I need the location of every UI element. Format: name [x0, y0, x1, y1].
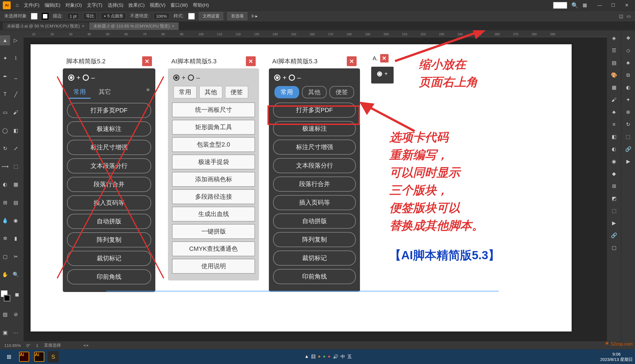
menu-help[interactable]: 帮助(H)	[193, 2, 209, 8]
rectangle-tool-icon[interactable]: ▭	[0, 107, 10, 117]
actions-panel-icon[interactable]: ▶	[608, 217, 620, 229]
script-button[interactable]: 使用说明	[172, 259, 255, 273]
color-mode-icon[interactable]: ◼	[12, 289, 22, 300]
radio-icon[interactable]	[377, 71, 382, 76]
taskbar-app-illustrator[interactable]: Ai	[17, 351, 31, 363]
script-button[interactable]: 自动拼版	[273, 214, 356, 229]
script-button[interactable]: 标注尺寸增强	[67, 140, 151, 155]
close-button[interactable]: ✕	[380, 54, 389, 62]
script-button[interactable]: 包装盒型2.0	[172, 137, 255, 152]
close-button[interactable]: ✕	[347, 56, 357, 66]
radio-icon[interactable]	[83, 75, 89, 81]
extension-icon[interactable]: ⬚	[623, 131, 634, 142]
tray-ime-badge[interactable]: 五	[347, 354, 352, 360]
swatches-panel-icon[interactable]: ▦	[608, 82, 620, 93]
stroke-weight-input[interactable]: 1 pt	[67, 13, 79, 19]
stroke-swatch-icon[interactable]	[42, 13, 49, 20]
opacity-input[interactable]: 100%	[154, 13, 169, 19]
corner-style-dropdown[interactable]: ● 5 点圆形	[101, 13, 126, 20]
extension-icon[interactable]: ◐	[623, 82, 634, 93]
document-tab-2[interactable]: 未标题-2 @ 110.65 % (CMYK/CPU 预览) ×	[89, 22, 179, 30]
tray-ime-icon[interactable]: 囧	[311, 354, 316, 360]
gradient-tool-icon[interactable]: ▤	[11, 198, 21, 208]
script-button[interactable]: 文本段落分行	[273, 158, 356, 173]
fill-stroke-swatches[interactable]	[0, 290, 11, 302]
menu-select[interactable]: 选择(S)	[108, 2, 124, 8]
artboard-nav[interactable]: 1	[36, 343, 38, 348]
appearance-panel-icon[interactable]: ◉	[608, 156, 620, 167]
mesh-tool-icon[interactable]: ⊞	[0, 198, 10, 208]
align-panel-icon[interactable]: ⊞	[608, 180, 620, 192]
eyedropper-tool-icon[interactable]: 💧	[0, 215, 10, 226]
script-button[interactable]: 极速标注	[67, 121, 151, 136]
gradient-panel-icon[interactable]: ◧	[608, 131, 620, 142]
script-button[interactable]: 生成出血线	[172, 207, 255, 221]
close-button[interactable]: ✕	[621, 2, 632, 9]
menu-view[interactable]: 视图(V)	[150, 2, 166, 8]
column-graph-tool-icon[interactable]: ▮	[11, 233, 21, 244]
shaper-tool-icon[interactable]: ◯	[0, 126, 10, 136]
script-button[interactable]: 阵列复制	[273, 232, 356, 247]
stroke-panel-icon[interactable]: ≡	[608, 119, 620, 130]
script-button[interactable]: 裁切标记	[273, 251, 356, 266]
tab-other[interactable]: 其它	[94, 86, 116, 99]
line-tool-icon[interactable]: ╱	[11, 89, 21, 99]
links-panel-icon[interactable]: 🔗	[608, 230, 620, 241]
script-button[interactable]: 插入页码等	[273, 195, 356, 210]
close-button[interactable]: ✕	[246, 56, 256, 66]
home-icon[interactable]: ⌂	[16, 2, 19, 8]
paintbrush-tool-icon[interactable]: 🖌	[11, 107, 21, 117]
taskbar-clock[interactable]: 9:06 2023/8/13 星期日	[600, 351, 633, 362]
tray-ime-badge[interactable]: 中	[341, 354, 345, 360]
direct-selection-tool-icon[interactable]: ▷	[11, 35, 21, 45]
align-icon[interactable]: ⊩▸	[251, 13, 258, 19]
tray-icon[interactable]: ▲	[304, 354, 309, 360]
search-icon[interactable]: 🔍	[571, 2, 578, 9]
script-button[interactable]: 自动拼版	[67, 214, 151, 229]
menu-edit[interactable]: 编辑(E)	[45, 2, 61, 8]
script-button[interactable]: 裁切标记	[67, 251, 151, 266]
radio-icon[interactable]	[173, 75, 179, 81]
screen-mode-icon[interactable]: ▣	[0, 328, 10, 338]
blend-tool-icon[interactable]: ◉	[11, 215, 21, 226]
fill-swatch-icon[interactable]	[31, 13, 38, 20]
close-icon[interactable]: ×	[172, 24, 174, 28]
extension-icon[interactable]: ❖	[623, 33, 634, 44]
minimize-button[interactable]: —	[594, 2, 605, 9]
graphic-styles-panel-icon[interactable]: ◆	[608, 168, 620, 179]
symbols-panel-icon[interactable]: ♣	[608, 106, 620, 118]
perspective-grid-tool-icon[interactable]: ▦	[11, 179, 21, 189]
slice-tool-icon[interactable]: ✂	[11, 252, 21, 262]
chevron-right-icon[interactable]: »	[146, 86, 150, 99]
menu-file[interactable]: 文件(F)	[24, 2, 40, 8]
tray-volume-icon[interactable]: 🔊	[333, 354, 338, 360]
tray-icon[interactable]: ●	[328, 354, 331, 360]
stroke-swatch-icon[interactable]	[4, 295, 10, 302]
script-button[interactable]: 段落行合并	[67, 177, 151, 192]
radio-icon[interactable]	[68, 75, 74, 81]
tab-common[interactable]: 常用	[68, 86, 91, 99]
script-button[interactable]: 阵列复制	[67, 232, 151, 247]
script-button[interactable]: 多段路径连接	[172, 189, 255, 204]
uniform-dropdown[interactable]: 等比	[83, 13, 97, 20]
pathfinder-panel-icon[interactable]: ◩	[608, 193, 620, 204]
layers-panel-icon[interactable]: ☰	[608, 45, 620, 56]
rotate-angle[interactable]: 0°	[26, 343, 30, 348]
script-button[interactable]: CMYK查找潘通色	[172, 242, 255, 256]
tab-common[interactable]: 常用	[174, 86, 197, 98]
extension-icon[interactable]: ✦	[623, 94, 634, 105]
menu-object[interactable]: 对象(O)	[65, 2, 82, 8]
style-swatch[interactable]	[188, 13, 195, 20]
curvature-tool-icon[interactable]: ⎯	[11, 71, 21, 82]
rotate-tool-icon[interactable]: ↻	[0, 143, 10, 154]
artboard-tool-icon[interactable]: ▢	[0, 252, 10, 262]
tray-icon[interactable]: ●	[318, 354, 321, 360]
extension-icon[interactable]: 🔗	[623, 143, 634, 155]
radio-icon[interactable]	[188, 75, 194, 81]
gradient-mode-icon[interactable]: ▨	[0, 309, 10, 319]
script-button[interactable]: 段落行合并	[273, 177, 356, 192]
scale-tool-icon[interactable]: ⤢	[11, 143, 21, 154]
panel-collapse-icon[interactable]: ▭	[627, 13, 631, 19]
menu-effect[interactable]: 效果(C)	[128, 2, 145, 8]
maximize-button[interactable]: ☐	[608, 2, 619, 9]
